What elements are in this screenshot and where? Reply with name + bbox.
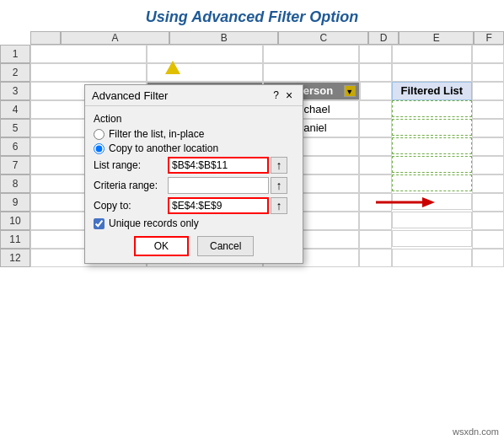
page-title: Using Advanced Filter Option	[0, 0, 504, 31]
criteria-range-input[interactable]	[168, 177, 269, 194]
row-num-4: 4	[0, 100, 30, 119]
cell-11e	[392, 230, 472, 247]
copy-to-picker[interactable]: ↑	[271, 197, 287, 214]
dialog-buttons: OK Cancel	[94, 236, 294, 256]
dialog-controls: ? ×	[273, 89, 296, 102]
action-label: Action	[94, 113, 294, 125]
cell-7d	[359, 156, 391, 174]
cell-12e	[392, 249, 472, 267]
col-header-empty	[30, 31, 61, 45]
cell-10e	[392, 212, 472, 228]
list-range-label: List range:	[94, 159, 168, 171]
col-header-f: F	[474, 31, 504, 45]
cell-8e-filtered-empty	[392, 174, 472, 191]
criteria-range-picker[interactable]: ↑	[271, 177, 287, 194]
col-headers: A B C D E F	[30, 31, 504, 45]
filter-arrow-salesperson[interactable]: ▼	[344, 85, 356, 97]
unique-records-label: Unique records only	[109, 217, 199, 229]
row-num-2: 2	[0, 63, 30, 82]
col-header-b: B	[169, 31, 278, 45]
cell-10d	[359, 212, 391, 230]
cell-5f	[472, 119, 504, 137]
cell-2a	[30, 63, 147, 82]
row-num-5: 5	[0, 119, 30, 137]
cell-6d	[359, 137, 391, 156]
cell-1a	[30, 45, 147, 63]
cell-9f	[472, 193, 504, 212]
arrow-right-filtered	[376, 194, 435, 213]
cell-3f	[472, 82, 504, 100]
radio-copy-row: Copy to another location	[94, 142, 294, 154]
col-header-e: E	[399, 31, 474, 45]
cancel-button[interactable]: Cancel	[197, 236, 254, 256]
cell-6f	[472, 137, 504, 156]
cell-1e	[392, 45, 472, 63]
radio-copy-label: Copy to another location	[109, 142, 218, 154]
cell-3d	[360, 82, 392, 100]
cell-3e-filtered: Filtered List	[392, 82, 472, 100]
row-1: 1	[0, 45, 504, 63]
row-num-7: 7	[0, 156, 30, 174]
help-button[interactable]: ?	[273, 89, 279, 101]
row-num-3: 3	[0, 82, 30, 100]
list-range-picker[interactable]: ↑	[271, 157, 287, 174]
cell-10f	[472, 212, 504, 230]
row-num-6: 6	[0, 137, 30, 156]
cell-1d	[359, 45, 391, 63]
cell-8d	[359, 174, 391, 193]
cell-1f	[472, 45, 504, 63]
copy-to-input[interactable]	[168, 197, 269, 214]
close-button[interactable]: ×	[282, 89, 296, 102]
cell-6e-filtered-empty	[392, 137, 472, 154]
radio-filter-inplace[interactable]	[94, 129, 105, 140]
cell-1c	[263, 45, 359, 63]
svg-marker-1	[422, 197, 435, 207]
cell-2b	[147, 63, 263, 82]
ok-button[interactable]: OK	[134, 236, 189, 256]
row-num-1: 1	[0, 45, 30, 63]
cell-12d	[359, 249, 391, 267]
cell-11f	[472, 230, 504, 249]
criteria-range-label: Criteria range:	[94, 180, 168, 191]
row-num-12: 12	[0, 249, 30, 267]
cell-2d	[359, 63, 391, 82]
dialog-title: Advanced Filter	[92, 89, 168, 102]
row-num-11: 11	[0, 230, 30, 249]
cell-12f	[472, 249, 504, 267]
radio-copy-location[interactable]	[94, 143, 105, 154]
unique-records-checkbox[interactable]	[94, 218, 105, 229]
advanced-filter-dialog: Advanced Filter ? × Action Filter the li…	[84, 84, 303, 264]
cell-1b	[147, 45, 263, 63]
cell-4f	[472, 100, 504, 119]
dialog-titlebar: Advanced Filter ? ×	[85, 85, 303, 106]
criteria-range-row: Criteria range: ↑	[94, 177, 294, 194]
list-range-row: List range: ↑	[94, 157, 294, 174]
row-num-10: 10	[0, 212, 30, 230]
watermark: wsxdn.com	[453, 427, 499, 437]
list-range-input[interactable]	[168, 157, 269, 174]
cell-5e-filtered-empty	[392, 119, 472, 136]
arrow-up-product	[165, 61, 180, 74]
unique-records-row: Unique records only	[94, 217, 294, 229]
cell-8f	[472, 174, 504, 193]
radio-filter-inplace-label: Filter the list, in-place	[109, 128, 204, 140]
cell-2f	[472, 63, 504, 82]
copy-to-row: Copy to: ↑	[94, 197, 294, 214]
row-2: 2	[0, 63, 504, 82]
row-num-8: 8	[0, 174, 30, 193]
cell-5d	[359, 119, 391, 137]
dialog-body: Action Filter the list, in-place Copy to…	[85, 106, 303, 263]
copy-to-label: Copy to:	[94, 200, 168, 212]
cell-2e	[392, 63, 472, 82]
cell-4d	[359, 100, 391, 119]
col-header-d: D	[368, 31, 399, 45]
cell-7f	[472, 156, 504, 174]
cell-7e-filtered-empty	[392, 156, 472, 173]
col-header-a: A	[61, 31, 169, 45]
cell-4e-filtered-empty	[392, 100, 472, 117]
row-num-9: 9	[0, 193, 30, 212]
cell-11d	[359, 230, 391, 249]
col-header-c: C	[278, 31, 368, 45]
cell-2c	[263, 63, 359, 82]
radio-filter-inplace-row: Filter the list, in-place	[94, 128, 294, 140]
